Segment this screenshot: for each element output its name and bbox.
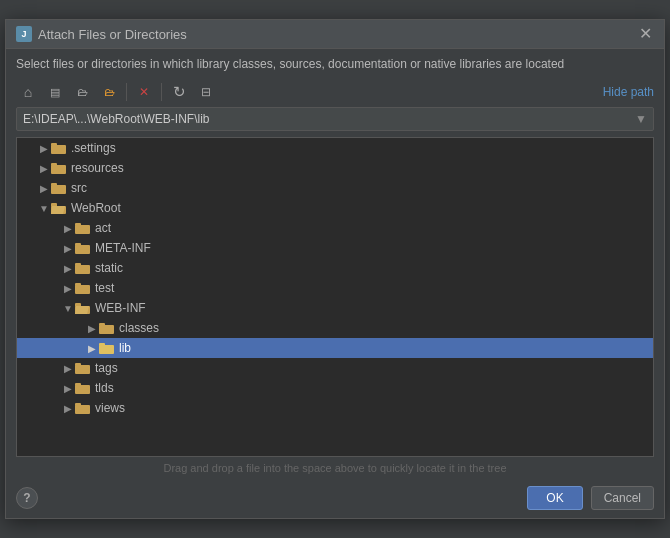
svg-rect-25 [75,363,81,366]
tree-item-classes[interactable]: ▶ classes [17,318,653,338]
tree-item-tlds[interactable]: ▶ tlds [17,378,653,398]
folder-icon [75,241,91,255]
close-button[interactable]: ✕ [637,26,654,42]
tree-item-meta-inf[interactable]: ▶ META-INF [17,238,653,258]
tree-item-label: src [71,181,87,195]
tree-item-label: META-INF [95,241,151,255]
svg-rect-10 [75,223,81,226]
attach-files-dialog: J Attach Files or Directories ✕ Select f… [5,19,665,519]
tree-item-test[interactable]: ▶ test [17,278,653,298]
folder-open-icon [51,201,67,215]
folder-icon [51,161,67,175]
toolbar: ⌂ ▤ 🗁 🗁 ✕ ↻ ⊟ Hide path [6,77,664,107]
new-folder-icon: 🗁 [104,86,115,98]
refresh-button[interactable]: ↻ [167,81,191,103]
svg-rect-20 [99,325,114,334]
tree-item-label: tags [95,361,118,375]
expand-arrow: ▶ [61,363,75,374]
tree-item-web-inf[interactable]: ▼ WEB-INF [17,298,653,318]
tree-item-act[interactable]: ▶ act [17,218,653,238]
tree-item-label: views [95,401,125,415]
open-folder-button[interactable]: 🗁 [70,81,94,103]
svg-marker-8 [51,206,65,214]
tree-item-settings[interactable]: ▶ .settings [17,138,653,158]
expand-arrow: ▼ [37,203,51,214]
svg-rect-28 [75,405,90,414]
svg-rect-2 [51,165,66,174]
tree-item-src[interactable]: ▶ src [17,178,653,198]
svg-rect-26 [75,385,90,394]
expand-arrow: ▶ [61,403,75,414]
svg-rect-11 [75,245,90,254]
help-button[interactable]: ? [16,487,38,509]
expand-arrow: ▶ [61,263,75,274]
dialog-icon: J [16,26,32,42]
refresh-icon: ↻ [173,83,186,101]
tree-view-icon: ⊟ [201,85,211,99]
tree-item-label: act [95,221,111,235]
new-folder-button[interactable]: 🗁 [97,81,121,103]
svg-rect-15 [75,285,90,294]
file-icon: ▤ [50,86,60,99]
tree-item-webroot[interactable]: ▼ WebRoot [17,198,653,218]
folder-icon [99,341,115,355]
svg-rect-3 [51,163,57,166]
home-button[interactable]: ⌂ [16,81,40,103]
expand-arrow: ▶ [37,183,51,194]
toolbar-buttons: ⌂ ▤ 🗁 🗁 ✕ ↻ ⊟ [16,81,218,103]
svg-marker-19 [75,306,89,314]
tree-item-label: .settings [71,141,116,155]
expand-arrow: ▶ [61,243,75,254]
expand-arrow: ▶ [37,163,51,174]
path-dropdown-icon[interactable]: ▼ [635,112,647,126]
file-tree[interactable]: ▶ .settings ▶ resources ▶ src [16,137,654,457]
title-bar-left: J Attach Files or Directories [16,26,187,42]
ok-button[interactable]: OK [527,486,582,510]
svg-rect-13 [75,265,90,274]
svg-rect-9 [75,225,90,234]
file-button[interactable]: ▤ [43,81,67,103]
tree-view-button[interactable]: ⊟ [194,81,218,103]
tree-item-label: WEB-INF [95,301,146,315]
svg-rect-22 [99,345,114,354]
svg-rect-0 [51,145,66,154]
toolbar-separator [126,83,127,101]
tree-item-resources[interactable]: ▶ resources [17,158,653,178]
svg-rect-4 [51,185,66,194]
path-bar: E:\IDEAP\...\WebRoot\WEB-INF\lib ▼ [16,107,654,131]
footer-buttons: OK Cancel [527,486,654,510]
svg-rect-23 [99,343,105,346]
expand-arrow: ▶ [85,343,99,354]
expand-arrow: ▼ [61,303,75,314]
folder-open-icon [75,301,91,315]
tree-item-label: test [95,281,114,295]
expand-arrow: ▶ [61,223,75,234]
dialog-title: Attach Files or Directories [38,27,187,42]
tree-item-lib[interactable]: ▶ lib [17,338,653,358]
svg-rect-24 [75,365,90,374]
svg-rect-29 [75,403,81,406]
tree-item-tags[interactable]: ▶ tags [17,358,653,378]
tree-item-label: tlds [95,381,114,395]
home-icon: ⌂ [24,84,32,100]
tree-item-views[interactable]: ▶ views [17,398,653,418]
dialog-description: Select files or directories in which lib… [6,49,664,77]
folder-icon [75,261,91,275]
tree-item-static[interactable]: ▶ static [17,258,653,278]
drag-hint: Drag and drop a file into the space abov… [6,457,664,478]
open-folder-icon: 🗁 [77,86,88,98]
hide-path-link[interactable]: Hide path [603,85,654,99]
tree-item-label: WebRoot [71,201,121,215]
folder-icon [99,321,115,335]
title-bar: J Attach Files or Directories ✕ [6,20,664,49]
tree-item-label: classes [119,321,159,335]
delete-button[interactable]: ✕ [132,81,156,103]
folder-icon [75,401,91,415]
expand-arrow: ▶ [61,383,75,394]
tree-item-label: resources [71,161,124,175]
expand-arrow: ▶ [85,323,99,334]
footer: ? OK Cancel [6,478,664,518]
svg-rect-5 [51,183,57,186]
cancel-button[interactable]: Cancel [591,486,654,510]
tree-item-label: lib [119,341,131,355]
